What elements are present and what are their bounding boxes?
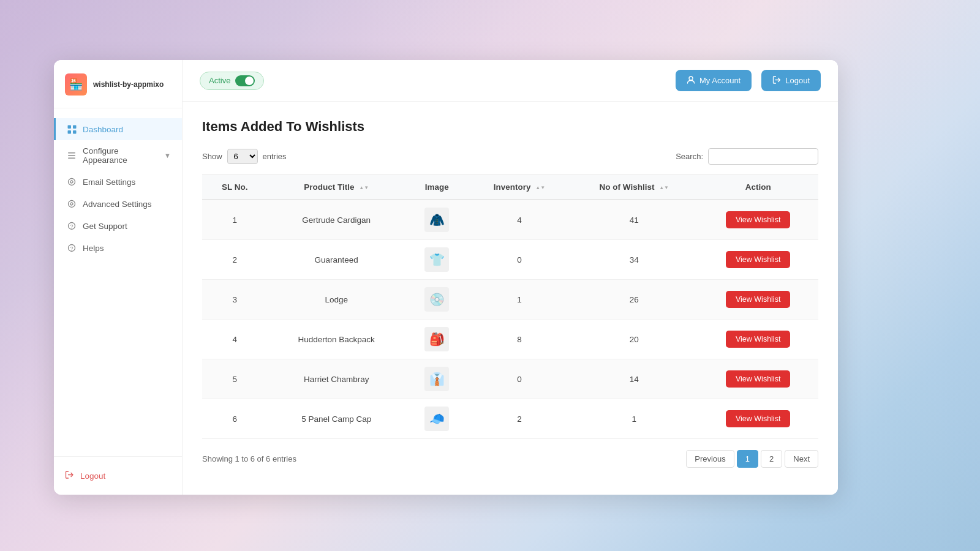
content-area: Items Added To Wishlists Show 6 10 25 50… (183, 102, 838, 495)
product-image-6: 🧢 (424, 407, 449, 431)
product-image-3: 💿 (424, 287, 449, 312)
cell-wishlist-count: 1 (570, 399, 698, 439)
sidebar-item-helps[interactable]: ? Helps (54, 237, 182, 259)
cell-inventory: 0 (469, 359, 570, 399)
inventory-sort-arrows[interactable]: ▲▼ (535, 185, 545, 190)
my-account-button[interactable]: My Account (676, 70, 752, 91)
show-label: Show (202, 152, 222, 161)
page-2-button[interactable]: 2 (761, 450, 782, 468)
previous-button[interactable]: Previous (686, 450, 734, 468)
cell-wishlist-count: 14 (570, 359, 698, 399)
svg-point-8 (70, 181, 73, 183)
active-status-toggle[interactable]: Active (200, 72, 264, 90)
cell-wishlist-count: 41 (570, 200, 698, 240)
table-row: 6 5 Panel Camp Cap 🧢 2 1 View Wishlist (202, 399, 818, 439)
search-label: Search: (676, 152, 703, 161)
sidebar-item-support-label: Get Support (83, 222, 127, 231)
cell-title: Gertrude Cardigan (268, 200, 405, 240)
cell-inventory: 8 (469, 320, 570, 359)
svg-text:?: ? (70, 246, 73, 252)
cell-title: 5 Panel Camp Cap (268, 399, 405, 439)
product-sort-arrows[interactable]: ▲▼ (359, 185, 369, 190)
search-box: Search: (676, 148, 818, 165)
sidebar: 🏪 wishlist-by-appmixo Dashboard (54, 60, 183, 495)
cell-inventory: 2 (469, 399, 570, 439)
cell-sl: 2 (202, 240, 268, 280)
svg-rect-1 (73, 125, 77, 129)
entries-select[interactable]: 6 10 25 50 (227, 149, 258, 164)
table-row: 2 Guaranteed 👕 0 34 View Wishlist (202, 240, 818, 280)
table-controls: Show 6 10 25 50 entries Search: (202, 148, 818, 165)
svg-point-10 (70, 203, 73, 205)
svg-rect-4 (68, 152, 75, 154)
configure-appearance-icon (67, 151, 77, 160)
next-button[interactable]: Next (785, 450, 818, 468)
view-wishlist-button-5[interactable]: View Wishlist (726, 370, 790, 388)
cell-action: View Wishlist (698, 320, 818, 359)
cell-image: 🧥 (405, 200, 469, 240)
cell-action: View Wishlist (698, 200, 818, 240)
sidebar-item-configure-label: Configure Appearance (83, 146, 158, 165)
col-header-sl: SL No. (202, 175, 268, 200)
cell-sl: 1 (202, 200, 268, 240)
main-content: Active My Account (183, 60, 838, 495)
view-wishlist-button-2[interactable]: View Wishlist (726, 251, 790, 268)
page-1-button[interactable]: 1 (737, 450, 758, 468)
sidebar-item-get-support[interactable]: ? Get Support (54, 215, 182, 237)
cell-image: 💿 (405, 280, 469, 320)
table-row: 3 Lodge 💿 1 26 View Wishlist (202, 280, 818, 320)
table-row: 1 Gertrude Cardigan 🧥 4 41 View Wishlist (202, 200, 818, 240)
table-row: 4 Hudderton Backpack 🎒 8 20 View Wishlis… (202, 320, 818, 359)
svg-rect-3 (73, 130, 77, 134)
col-header-inventory: Inventory ▲▼ (469, 175, 570, 200)
topbar-logout-button[interactable]: Logout (761, 70, 821, 91)
view-wishlist-button-4[interactable]: View Wishlist (726, 331, 790, 348)
view-wishlist-button-1[interactable]: View Wishlist (726, 211, 790, 228)
entries-label: entries (263, 152, 287, 161)
cell-sl: 4 (202, 320, 268, 359)
sidebar-item-configure-appearance[interactable]: Configure Appearance ▼ (54, 140, 182, 171)
sidebar-logout-button[interactable]: Logout (65, 467, 171, 485)
cell-title: Lodge (268, 280, 405, 320)
email-settings-icon (67, 177, 77, 187)
sidebar-item-dashboard[interactable]: Dashboard (54, 118, 182, 140)
page-title: Items Added To Wishlists (202, 119, 818, 135)
sidebar-item-advanced-label: Advanced Settings (83, 200, 152, 209)
account-icon (687, 75, 695, 86)
cell-action: View Wishlist (698, 280, 818, 320)
app-name: wishlist-by-appmixo (93, 80, 164, 89)
svg-rect-0 (67, 125, 71, 129)
show-entries-control: Show 6 10 25 50 entries (202, 149, 287, 164)
cell-sl: 5 (202, 359, 268, 399)
table-row: 5 Harriet Chambray 👔 0 14 View Wishlist (202, 359, 818, 399)
logo-icon: 🏪 (65, 73, 87, 96)
data-table: SL No. Product Title ▲▼ Image Inventory … (202, 174, 818, 439)
chevron-down-icon: ▼ (164, 152, 171, 159)
sidebar-item-advanced-settings[interactable]: Advanced Settings (54, 193, 182, 215)
sidebar-nav: Dashboard Configure Appearance ▼ (54, 108, 182, 456)
svg-rect-2 (67, 130, 71, 134)
sidebar-item-email-settings[interactable]: Email Settings (54, 171, 182, 193)
view-wishlist-button-6[interactable]: View Wishlist (726, 410, 790, 427)
cell-title: Hudderton Backpack (268, 320, 405, 359)
cell-action: View Wishlist (698, 359, 818, 399)
svg-text:?: ? (70, 223, 73, 230)
logout-icon (65, 470, 74, 481)
product-image-5: 👔 (424, 367, 449, 391)
cell-image: 👔 (405, 359, 469, 399)
view-wishlist-button-3[interactable]: View Wishlist (726, 291, 790, 308)
toggle-switch[interactable] (235, 75, 255, 86)
app-container: 🏪 wishlist-by-appmixo Dashboard (54, 60, 838, 495)
search-input[interactable] (708, 148, 818, 165)
cell-inventory: 4 (469, 200, 570, 240)
cell-action: View Wishlist (698, 240, 818, 280)
get-support-icon: ? (67, 221, 77, 231)
showing-text: Showing 1 to 6 of 6 entries (202, 454, 296, 463)
cell-wishlist-count: 26 (570, 280, 698, 320)
sidebar-item-email-label: Email Settings (83, 178, 135, 187)
wishlist-sort-arrows[interactable]: ▲▼ (659, 185, 669, 190)
col-header-product: Product Title ▲▼ (268, 175, 405, 200)
topbar-logout-icon (772, 75, 781, 86)
cell-title: Harriet Chambray (268, 359, 405, 399)
svg-point-7 (69, 179, 75, 186)
